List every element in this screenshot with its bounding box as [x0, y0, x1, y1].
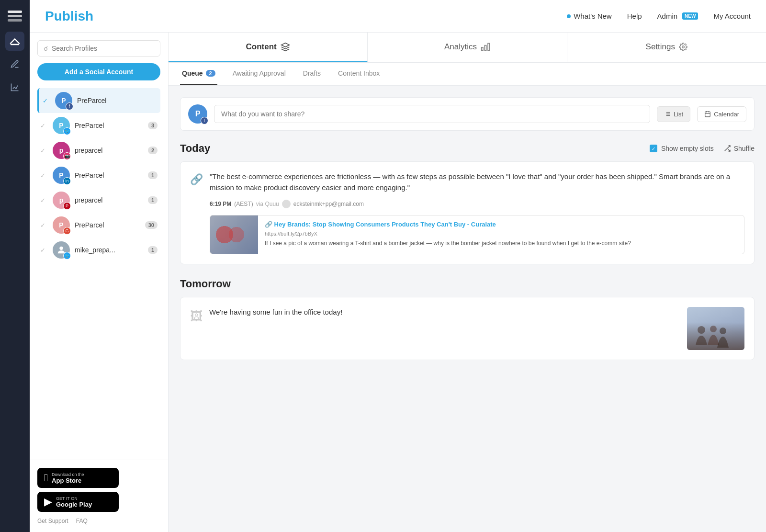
svg-point-9 — [682, 46, 685, 48]
profile-count-tw: 3 — [148, 122, 158, 129]
google-play-icon: ▶ — [44, 496, 52, 508]
tomorrow-title: Tomorrow — [180, 278, 231, 290]
bar-chart-icon — [481, 42, 490, 52]
search-input[interactable] — [52, 45, 154, 52]
content-tab-label: Content — [246, 42, 277, 52]
profile-name-gp: PreParcel — [75, 221, 140, 229]
profile-count-gp: 30 — [145, 221, 158, 229]
profile-item-preparcel-tw[interactable]: ✓ P 🐦 PreParcel 3 — [37, 113, 160, 138]
google-play-small-text: GET IT ON — [56, 496, 92, 501]
svg-rect-6 — [488, 44, 489, 51]
show-empty-checkbox[interactable]: ✓ — [650, 145, 657, 152]
profile-item-preparcel-fb[interactable]: ✓ P f PreParcel — [37, 88, 160, 113]
subtab-drafts[interactable]: Drafts — [301, 63, 323, 85]
top-nav: Publish What's New Help Admin NEW My Acc… — [30, 0, 766, 33]
search-icon: ☌ — [44, 45, 48, 52]
sidebar-icon-drafts[interactable] — [5, 55, 24, 74]
instagram-badge: 📷 — [63, 152, 71, 160]
svg-rect-16 — [705, 112, 710, 117]
tab-settings[interactable]: Settings — [567, 33, 766, 62]
apple-icon:  — [44, 472, 48, 484]
post-via: via Quuu — [256, 201, 279, 207]
faq-link[interactable]: FAQ — [76, 518, 88, 524]
nav-help[interactable]: Help — [627, 12, 642, 20]
add-account-button[interactable]: Add a Social Account — [37, 63, 160, 80]
app-store-big-text: App Store — [52, 477, 84, 484]
app-title: Publish — [45, 9, 567, 24]
subtab-awaiting-approval[interactable]: Awaiting Approval — [231, 63, 288, 85]
post-link-url: https://buff.ly/2p7bByX — [265, 231, 737, 237]
post-card-1: 🔗 "The best e-commerce experiences are f… — [180, 161, 755, 264]
post-card-2: 🖼 We're having some fun in the office to… — [180, 297, 755, 360]
compose-input[interactable] — [214, 105, 650, 123]
svg-point-24 — [720, 328, 726, 334]
search-box[interactable]: ☌ — [37, 40, 160, 57]
app-store-button[interactable]:  Download on the App Store — [37, 468, 119, 488]
calendar-view-button[interactable]: Calendar — [697, 106, 746, 122]
content-area: ☌ Add a Social Account ✓ P f PreParcel ✓ — [30, 33, 766, 532]
sidebar-icon-analytics[interactable] — [5, 78, 24, 97]
sidebar-icon-publish[interactable] — [5, 32, 24, 51]
check-icon-gp: ✓ — [40, 222, 48, 229]
post-author-avatar — [282, 200, 291, 208]
tab-content[interactable]: Content — [169, 33, 368, 62]
tab-analytics[interactable]: Analytics — [368, 33, 567, 62]
app-logo[interactable] — [7, 8, 23, 24]
facebook-badge: f — [66, 102, 73, 110]
shuffle-button[interactable]: Shuffle — [723, 145, 755, 152]
profile-item-preparcel-gp[interactable]: ✓ P G PreParcel 30 — [37, 213, 160, 238]
profile-name-tw: PreParcel — [75, 122, 143, 129]
google-play-button[interactable]: ▶ GET IT ON Google Play — [37, 492, 119, 512]
app-store-small-text: Download on the — [52, 472, 84, 477]
profile-name-fb: PreParcel — [77, 97, 158, 104]
check-icon-li: ✓ — [40, 172, 48, 179]
svg-rect-8 — [482, 47, 483, 51]
top-nav-links: What's New Help Admin NEW My Account — [567, 12, 751, 20]
check-icon-fb: ✓ — [43, 97, 50, 104]
post-image-thumbnail — [687, 307, 744, 350]
today-title: Today — [180, 142, 210, 155]
today-controls: ✓ Show empty slots Shuffle — [650, 145, 755, 152]
sub-tabs: Queue 2 Awaiting Approval Drafts Content… — [169, 63, 766, 86]
nav-whats-new[interactable]: What's New — [567, 12, 612, 20]
profile-item-preparcel-li[interactable]: ✓ P in PreParcel 1 — [37, 163, 160, 188]
panel-scroll: P f List — [169, 86, 766, 532]
subtab-queue[interactable]: Queue 2 — [180, 63, 217, 85]
post-content-2: We're having some fun in the office toda… — [209, 307, 744, 350]
get-support-link[interactable]: Get Support — [37, 518, 68, 524]
profile-count-ig: 2 — [148, 147, 158, 154]
layers-icon — [281, 42, 290, 52]
queue-badge: 2 — [206, 70, 215, 77]
profile-item-preparcel-pi[interactable]: ✓ p P preparcel 1 — [37, 188, 160, 213]
nav-admin[interactable]: Admin NEW — [657, 12, 698, 20]
whats-new-dot — [567, 14, 571, 18]
show-empty-slots-toggle[interactable]: ✓ Show empty slots — [650, 145, 714, 152]
svg-point-22 — [698, 326, 705, 334]
profile-name-pi: preparcel — [75, 196, 143, 204]
profile-name-li: PreParcel — [75, 171, 143, 179]
list-view-button[interactable]: List — [657, 106, 690, 122]
profile-name-mike: mike_prepa... — [75, 246, 143, 254]
image-icon: 🖼 — [190, 309, 203, 324]
check-icon-mike: ✓ — [40, 247, 48, 254]
profile-item-preparcel-ig[interactable]: ✓ p 📷 preparcel 2 — [37, 138, 160, 163]
post-link-content: 🔗 Hey Brands: Stop Showing Consumers Pro… — [258, 215, 744, 254]
today-header: Today ✓ Show empty slots — [180, 142, 755, 155]
compose-fb-badge: f — [201, 117, 208, 125]
subtab-content-inbox[interactable]: Content Inbox — [336, 63, 382, 85]
post-link-image — [210, 215, 258, 254]
post-link-preview[interactable]: 🔗 Hey Brands: Stop Showing Consumers Pro… — [210, 215, 744, 254]
svg-marker-5 — [281, 43, 289, 47]
avatar-preparcel-fb: P f — [55, 92, 72, 109]
profile-name-ig: preparcel — [75, 147, 143, 154]
post-link-desc: If I see a pic of a woman wearing a T-sh… — [265, 239, 737, 248]
nav-my-account[interactable]: My Account — [713, 12, 751, 20]
avatar-preparcel-ig: p 📷 — [53, 142, 70, 159]
post-text-1: "The best e-commerce experiences are fri… — [210, 171, 744, 193]
check-icon-ig: ✓ — [40, 147, 48, 154]
profile-item-mike-tw[interactable]: ✓ 🐦 mike_prepa... 1 — [37, 238, 160, 262]
shuffle-icon — [723, 145, 731, 152]
post-text-2: We're having some fun in the office toda… — [209, 307, 342, 318]
footer-links: Get Support FAQ — [37, 518, 160, 524]
avatar-preparcel-tw: P 🐦 — [53, 117, 70, 134]
